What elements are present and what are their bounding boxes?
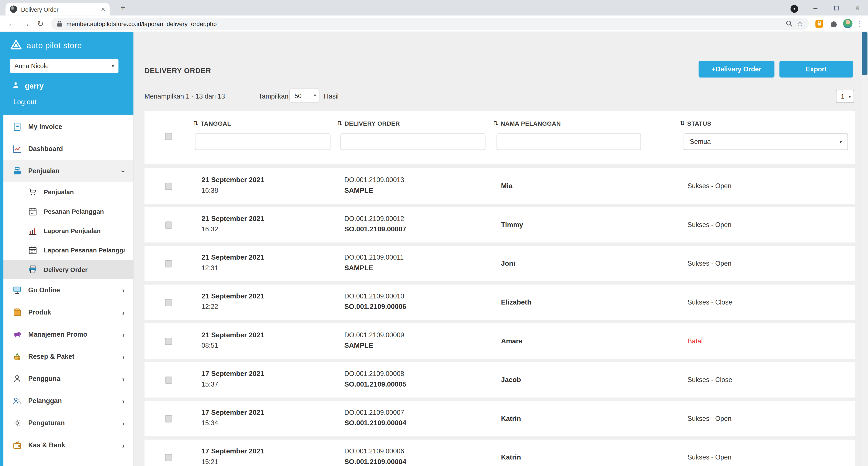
sidebar-item-laporan-pesanan-pelanggan[interactable]: Laporan Pesanan Pelanggan <box>0 240 133 259</box>
row-checkbox[interactable] <box>165 338 172 345</box>
minimize-button[interactable]: – <box>805 4 826 12</box>
table-row[interactable]: 21 September 2021 16:32 DO.001.2109.0001… <box>145 207 855 243</box>
monitor-icon <box>11 284 23 296</box>
chevron-icon: › <box>122 375 125 383</box>
sidebar-header: auto pilot store Anna Nicole ▾ gerry Log… <box>0 32 133 115</box>
column-header-delivery-order[interactable]: ⇅DELIVERY ORDER <box>337 120 400 127</box>
table-row[interactable]: 21 September 2021 12:31 DO.001.2109.0001… <box>145 246 855 281</box>
sidebar-item-pesanan-pelanggan[interactable]: Pesanan Pelanggan <box>0 201 133 221</box>
back-button[interactable]: ← <box>4 19 19 28</box>
cell-tanggal: 21 September 2021 16:38 <box>202 175 264 196</box>
sidebar-item-penjualan[interactable]: Penjualan <box>0 182 133 201</box>
dashboard-icon <box>11 144 23 155</box>
sales-icon <box>11 165 23 177</box>
row-checkbox[interactable] <box>165 260 172 268</box>
brand-logo-icon <box>10 39 22 52</box>
page-number-select[interactable]: 1 ▾ <box>836 90 854 103</box>
tab-title: Delivery Order <box>21 6 101 12</box>
table-row[interactable]: 21 September 2021 12:22 DO.001.2109.0001… <box>145 284 855 320</box>
cell-nama-pelanggan: Katrin <box>501 439 521 466</box>
table-row[interactable]: 17 September 2021 15:37 DO.001.2109.0000… <box>145 362 855 397</box>
browser-menu-icon[interactable]: ⋮ <box>855 19 864 28</box>
filter-tanggal-input[interactable] <box>195 133 331 150</box>
filter-delivery-order-input[interactable] <box>340 133 486 150</box>
export-button[interactable]: Export <box>779 61 853 78</box>
sidebar-item-go-online[interactable]: Go Online › <box>0 279 133 301</box>
sort-icon[interactable]: ⇅ <box>493 120 498 127</box>
cell-status: Batal <box>687 323 703 359</box>
column-header-status[interactable]: ⇅STATUS <box>680 120 711 127</box>
table-row[interactable]: 17 September 2021 15:34 DO.001.2109.0000… <box>145 401 855 436</box>
row-checkbox[interactable] <box>165 183 172 190</box>
brand: auto pilot store <box>10 39 126 52</box>
sidebar-item-kas-bank[interactable]: Kas & Bank › <box>0 434 133 456</box>
logout-link[interactable]: Log out <box>13 98 126 106</box>
sidebar-item-dashboard[interactable]: Dashboard <box>0 138 133 160</box>
extensions-puzzle-icon[interactable] <box>829 19 839 28</box>
sidebar-item-pengguna[interactable]: Pengguna › <box>0 368 133 390</box>
page-number-value: 1 <box>841 93 844 100</box>
browser-tab-bar: Delivery Order × + ▾ – □ × <box>0 0 868 15</box>
sidebar-item-laporan-penjualan[interactable]: Laporan Penjualan <box>0 221 133 240</box>
cell-delivery-order: DO.001.2109.00007 SO.001.2109.00004 <box>344 407 406 429</box>
profile-avatar[interactable] <box>843 19 852 28</box>
maximize-button[interactable]: □ <box>826 4 847 12</box>
sort-icon[interactable]: ⇅ <box>193 120 198 127</box>
row-checkbox[interactable] <box>165 299 172 306</box>
cell-status: Sukses - Close <box>687 284 732 320</box>
sidebar-item-pelanggan[interactable]: Pelanggan › <box>0 390 133 412</box>
sidebar-item-pengaturan[interactable]: Pengaturan › <box>0 412 133 434</box>
page-size-select[interactable]: 50 ▾ <box>289 89 319 102</box>
row-checkbox[interactable] <box>165 221 172 228</box>
table-row[interactable]: 21 September 2021 08:51 DO.001.2109.0000… <box>145 323 855 359</box>
chevron-icon: › <box>122 419 125 427</box>
brand-name: auto pilot store <box>27 41 82 50</box>
sidebar-menu: My Invoice Dashboard Penjualan › <box>0 115 133 456</box>
store-select[interactable]: Anna Nicole ▾ <box>10 59 119 73</box>
column-header-tanggal[interactable]: ⇅TANGGAL <box>193 120 231 127</box>
customers-icon <box>11 395 23 406</box>
status-filter-select[interactable]: Semua ▾ <box>684 133 848 150</box>
cell-nama-pelanggan: Jacob <box>501 362 521 397</box>
sort-icon[interactable]: ⇅ <box>680 120 685 127</box>
new-tab-button[interactable]: + <box>117 3 128 12</box>
zoom-icon[interactable] <box>786 20 793 27</box>
sidebar-item-produk[interactable]: Produk › <box>0 301 133 323</box>
close-button[interactable]: × <box>847 4 868 12</box>
page-scrollbar[interactable] <box>861 32 868 466</box>
table-row[interactable]: 21 September 2021 16:38 DO.001.2109.0001… <box>145 168 855 204</box>
product-icon <box>11 307 23 318</box>
tab-close-icon[interactable]: × <box>101 5 105 13</box>
sidebar-item-manajemen-promo[interactable]: Manajemen Promo › <box>0 323 133 345</box>
sidebar-item-resep-paket[interactable]: Resep & Paket › <box>0 345 133 368</box>
column-header-nama-pelanggan[interactable]: ⇅NAMA PELANGGAN <box>493 120 561 127</box>
select-all-checkbox[interactable] <box>165 133 172 140</box>
row-checkbox[interactable] <box>165 454 172 461</box>
cell-tanggal: 17 September 2021 15:21 <box>202 446 264 466</box>
screen: Delivery Order × + ▾ – □ × ← → ↻ member.… <box>0 0 868 466</box>
add-delivery-order-button[interactable]: +Delivery Order <box>699 61 774 78</box>
main-content: DELIVERY ORDER +Delivery Order Export Me… <box>134 32 868 466</box>
bookmark-star-icon[interactable]: ☆ <box>797 19 803 28</box>
reload-button[interactable]: ↻ <box>33 19 48 28</box>
table-row[interactable]: 17 September 2021 15:21 DO.001.2109.0000… <box>145 439 855 466</box>
sidebar-item-penjualan[interactable]: Penjualan › <box>0 160 133 182</box>
cell-status: Sukses - Open <box>687 439 731 466</box>
row-checkbox[interactable] <box>165 415 172 423</box>
shop-extension-icon[interactable] <box>814 19 825 28</box>
row-checkbox[interactable] <box>165 377 172 384</box>
forward-button[interactable]: → <box>19 19 33 28</box>
scrollbar-thumb[interactable] <box>862 32 868 75</box>
chevron-icon: › <box>122 330 125 339</box>
browser-tab[interactable]: Delivery Order × <box>6 3 110 15</box>
sidebar-item-my-invoice[interactable]: My Invoice <box>0 116 133 138</box>
sort-icon[interactable]: ⇅ <box>337 120 342 127</box>
promo-icon <box>11 329 23 340</box>
calendar-icon <box>27 206 39 217</box>
delivery-order-table: ⇅TANGGAL ⇅DELIVERY ORDER ⇅NAMA PELANGGAN… <box>145 111 855 466</box>
sidebar-item-delivery-order[interactable]: Delivery Order <box>0 259 133 279</box>
browser-status-icon[interactable]: ▾ <box>784 3 805 12</box>
filter-nama-pelanggan-input[interactable] <box>496 133 641 150</box>
url-field[interactable]: member.autopilotstore.co.id/laporan_deli… <box>51 18 809 30</box>
calendar-icon <box>27 244 39 255</box>
